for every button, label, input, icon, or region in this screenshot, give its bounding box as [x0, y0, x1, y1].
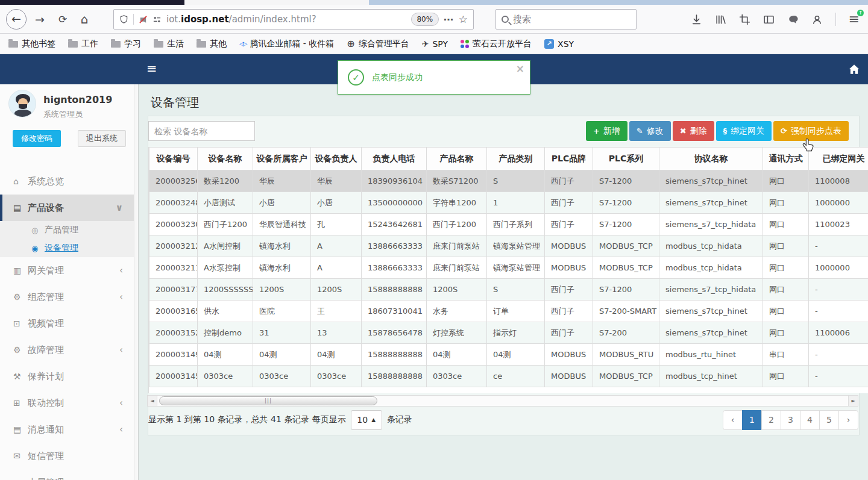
browser-search-bar[interactable] — [495, 9, 637, 30]
sidebar-item-短信管理[interactable]: ✉短信管理 — [0, 443, 134, 469]
bookmark-item[interactable]: 学习 — [111, 39, 141, 49]
device-search-field[interactable] — [148, 121, 255, 141]
permissions-icon[interactable] — [153, 15, 162, 24]
zoom-level-badge[interactable]: 80% — [411, 13, 439, 26]
bookmark-item[interactable]: ◁▷腾讯企业邮箱 - 收件箱 — [239, 39, 334, 49]
sidebar-item-视频管理[interactable]: ⊡视频管理 — [0, 310, 134, 337]
pager-page-3[interactable]: 3 — [781, 410, 800, 430]
browser-search-input[interactable] — [513, 14, 631, 25]
bookmark-item[interactable]: 生活 — [154, 39, 184, 49]
bookmark-item[interactable]: 其他 — [197, 39, 227, 49]
avatar[interactable] — [8, 90, 36, 117]
cell: 0303ce — [427, 366, 487, 387]
gears-icon: ⚙ — [13, 345, 28, 355]
scroll-left-arrow-icon[interactable]: ◄ — [148, 396, 157, 406]
table-row[interactable]: 200003152控制demo311315878656478灯控系统指示灯西门子… — [149, 322, 868, 344]
bookmark-item[interactable]: ↗XSY — [544, 39, 574, 49]
sidebar-subitem-设备管理[interactable]: ◉设备管理 — [0, 239, 134, 257]
column-header[interactable]: 设备编号 — [149, 148, 198, 170]
scrollbar-thumb[interactable]: ||| — [159, 396, 377, 405]
sidebar-item-保养计划[interactable]: ⚒保养计划 — [0, 363, 134, 390]
back-button[interactable]: ← — [6, 9, 27, 30]
table-row[interactable]: 200003211A水泵控制镇海水利A13886663333庶来门前泵站镇海泵站… — [149, 257, 868, 279]
menu-hamburger-icon[interactable]: ≡↑ — [849, 13, 860, 25]
sidebar-item-联动控制[interactable]: ⊞联动控制‹ — [0, 390, 134, 416]
account-icon[interactable] — [811, 14, 823, 25]
table-row[interactable]: 200003230西门子1200华辰智通科技孔15243642681西门子120… — [149, 214, 868, 235]
sidebar-toggle-icon[interactable]: ≡ — [146, 61, 157, 76]
bookmark-item[interactable]: ✈SPY — [422, 39, 448, 49]
pager-next-button[interactable]: › — [838, 410, 858, 430]
reload-button[interactable]: ⟳ — [54, 11, 71, 28]
active-tab-strip[interactable] — [0, 0, 184, 5]
table-row[interactable]: 200003212A水闸控制镇海水利A13886663333庶来门前泵站镇海泵站… — [149, 235, 868, 257]
horizontal-scrollbar[interactable]: ◄ ||| ► — [147, 395, 858, 407]
shield-icon[interactable] — [119, 14, 128, 24]
table-row[interactable]: 200003256数采1200华辰华辰18390936104数采S71200S西… — [149, 170, 868, 192]
column-header[interactable]: 产品名称 — [427, 148, 487, 170]
table-row[interactable]: 20000314904测04测04测1588888888804测04测MODBU… — [149, 344, 868, 366]
pager-page-4[interactable]: 4 — [800, 410, 820, 430]
app-home-icon[interactable] — [848, 63, 860, 75]
change-password-button[interactable]: 修改密码 — [13, 130, 61, 147]
bookmark-star-icon[interactable]: ☆ — [459, 13, 468, 25]
download-icon[interactable] — [691, 14, 702, 25]
home-button[interactable]: ⌂ — [76, 11, 93, 28]
url-bar[interactable]: iot.idosp.net/admin/index.html? 80% ⋯ ☆ — [113, 9, 474, 30]
cell: 04测 — [311, 344, 362, 366]
pager-page-5[interactable]: 5 — [819, 410, 839, 430]
table-row[interactable]: 2000031771200SSSSSS1200S1200S15888888888… — [149, 279, 868, 301]
bookmark-item[interactable]: 其他书签 — [8, 39, 55, 49]
screenshot-icon[interactable] — [739, 14, 750, 25]
column-header[interactable]: PLC系列 — [593, 148, 659, 170]
page-actions-icon[interactable]: ⋯ — [444, 14, 454, 25]
cell: 13500000000 — [362, 192, 427, 214]
sidebar-item-故障管理[interactable]: ⚙故障管理‹ — [0, 337, 134, 363]
删除-button[interactable]: ✖删除 — [673, 121, 714, 141]
绑定网关-button[interactable]: §绑定网关 — [716, 121, 772, 141]
column-header[interactable]: 产品类别 — [487, 148, 545, 170]
scroll-right-arrow-icon[interactable]: ► — [848, 396, 858, 406]
column-header[interactable]: 已绑定网关 — [809, 148, 868, 170]
pager-page-1[interactable]: 1 — [742, 410, 762, 430]
bookmark-label: SPY — [432, 39, 448, 49]
pocket-chat-icon[interactable] — [787, 14, 799, 25]
sidebar-item-大屏管理[interactable]: ▦大屏管理 — [0, 469, 134, 480]
device-search-input[interactable] — [154, 126, 249, 136]
sidebar-subitem-产品管理[interactable]: ◎产品管理 — [0, 221, 134, 239]
sidebar-scrollbar[interactable] — [134, 84, 138, 480]
pager-page-2[interactable]: 2 — [761, 410, 781, 430]
forward-button[interactable]: → — [31, 11, 48, 28]
page-size-dropdown[interactable]: 10 ▲ — [351, 410, 382, 430]
sidebar-item-组态管理[interactable]: ⚙组态管理‹ — [0, 284, 134, 310]
sidebar-item-系统总览[interactable]: ⌂系统总览 — [0, 168, 134, 195]
column-header[interactable]: 协议名称 — [659, 148, 763, 170]
table-row[interactable]: 200003165供水医院王18607310041水务订单西门子S7-200-S… — [149, 301, 868, 322]
table-row[interactable]: 2000031450303ce0303ce0303ce1588888888803… — [149, 366, 868, 387]
修改-button[interactable]: ✎修改 — [629, 121, 671, 141]
column-header[interactable]: 设备名称 — [198, 148, 253, 170]
sidebar-item-消息通知[interactable]: ▤消息通知‹ — [0, 416, 134, 443]
sidebar-item-网关管理[interactable]: ▥网关管理‹ — [0, 257, 134, 284]
column-header[interactable]: PLC品牌 — [545, 148, 593, 170]
logout-button[interactable]: 退出系统 — [78, 130, 126, 147]
sidebars-icon[interactable] — [763, 14, 775, 25]
bookmark-item[interactable]: 萤石云开放平台 — [461, 39, 532, 49]
bookmarks-bar: 其他书签工作学习生活其他◁▷腾讯企业邮箱 - 收件箱⊕综合管理平台✈SPY萤石云… — [0, 34, 868, 54]
cell: siemens_s7tcp_hinet — [659, 192, 763, 214]
column-header[interactable]: 设备负责人 — [311, 148, 362, 170]
pager-prev-button[interactable]: ‹ — [723, 410, 743, 430]
toast-close-icon[interactable]: × — [516, 64, 524, 74]
column-header[interactable]: 设备所属客户 — [253, 148, 311, 170]
sidebar-item-产品设备[interactable]: ▤产品设备∨ — [0, 195, 134, 221]
column-header[interactable]: 负责人电话 — [362, 148, 427, 170]
blocked-permission-icon[interactable] — [139, 15, 148, 24]
bookmark-item[interactable]: ⊕综合管理平台 — [347, 39, 409, 49]
cell: A水闸控制 — [198, 235, 253, 257]
bookmark-label: 综合管理平台 — [359, 39, 409, 49]
library-icon[interactable] — [715, 14, 726, 25]
新增-button[interactable]: +新增 — [586, 121, 627, 141]
bookmark-item[interactable]: 工作 — [68, 39, 98, 49]
table-row[interactable]: 200003248小唐测试小唐小唐13500000000字符串12001西门子S… — [149, 192, 868, 214]
url-text[interactable]: iot.idosp.net/admin/index.html? — [166, 14, 316, 25]
